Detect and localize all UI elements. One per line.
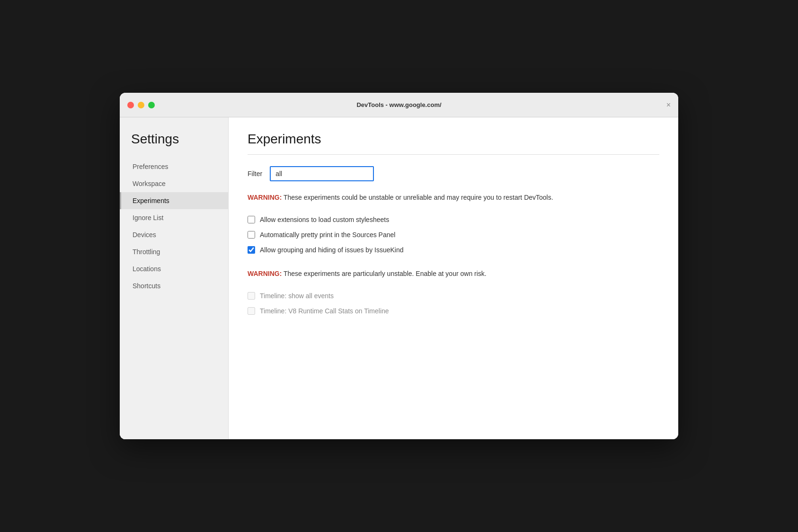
title-divider [248,154,659,155]
warning-text-1: WARNING: These experiments could be unst… [248,193,659,203]
maximize-traffic-light[interactable] [148,102,155,108]
traffic-lights [127,102,155,108]
main-content: Experiments Filter WARNING: These experi… [229,117,678,439]
sidebar-item-ignore-list[interactable]: Ignore List [120,209,228,226]
sidebar-item-devices[interactable]: Devices [120,226,228,243]
warning-block-1: WARNING: These experiments could be unst… [248,193,659,203]
checkbox-group-1: Allow extensions to load custom styleshe… [248,212,659,257]
checkbox-allow-extensions[interactable] [248,216,255,223]
close-traffic-light[interactable] [127,102,134,108]
minimize-traffic-light[interactable] [138,102,144,108]
checkbox-item-allow-grouping: Allow grouping and hiding of issues by I… [248,242,659,257]
checkbox-item-auto-pretty-print: Automatically pretty print in the Source… [248,227,659,242]
warning-label-1: WARNING: [248,194,282,201]
sidebar-item-shortcuts[interactable]: Shortcuts [120,277,228,294]
checkbox-item-allow-extensions: Allow extensions to load custom styleshe… [248,212,659,227]
sidebar-item-workspace[interactable]: Workspace [120,175,228,192]
warning-message-1: These experiments could be unstable or u… [282,194,553,201]
filter-row: Filter [248,166,659,181]
content-area: Settings Preferences Workspace Experimen… [120,117,678,439]
checkbox-group-2: Timeline: show all events Timeline: V8 R… [248,288,659,319]
checkbox-timeline-show-events[interactable] [248,292,255,300]
page-title: Experiments [248,132,659,147]
sidebar-item-throttling[interactable]: Throttling [120,243,228,260]
titlebar: DevTools - www.google.com/ × [120,93,678,117]
devtools-window: DevTools - www.google.com/ × Settings Pr… [120,93,678,439]
sidebar: Settings Preferences Workspace Experimen… [120,117,229,439]
checkbox-label-allow-grouping: Allow grouping and hiding of issues by I… [260,246,404,254]
checkbox-label-allow-extensions: Allow extensions to load custom styleshe… [260,216,389,223]
checkbox-auto-pretty-print[interactable] [248,231,255,239]
checkbox-label-auto-pretty-print: Automatically pretty print in the Source… [260,231,395,239]
sidebar-item-experiments[interactable]: Experiments [120,192,228,209]
filter-input[interactable] [270,166,374,181]
warning-message-2: These experiments are particularly unsta… [282,270,486,277]
sidebar-item-preferences[interactable]: Preferences [120,158,228,175]
sidebar-title: Settings [120,132,228,158]
checkbox-label-timeline-events: Timeline: show all events [260,292,334,300]
warning-text-2: WARNING: These experiments are particula… [248,269,659,279]
filter-label: Filter [248,170,262,177]
sidebar-item-locations[interactable]: Locations [120,260,228,277]
checkbox-allow-grouping[interactable] [248,246,255,254]
checkbox-timeline-v8[interactable] [248,307,255,315]
checkbox-label-timeline-v8: Timeline: V8 Runtime Call Stats on Timel… [260,307,389,315]
window-title: DevTools - www.google.com/ [356,101,441,108]
checkbox-item-timeline-events: Timeline: show all events [248,288,659,303]
checkbox-item-timeline-v8: Timeline: V8 Runtime Call Stats on Timel… [248,303,659,319]
warning-block-2: WARNING: These experiments are particula… [248,269,659,279]
titlebar-close-button[interactable]: × [666,101,671,109]
warning-label-2: WARNING: [248,270,282,277]
